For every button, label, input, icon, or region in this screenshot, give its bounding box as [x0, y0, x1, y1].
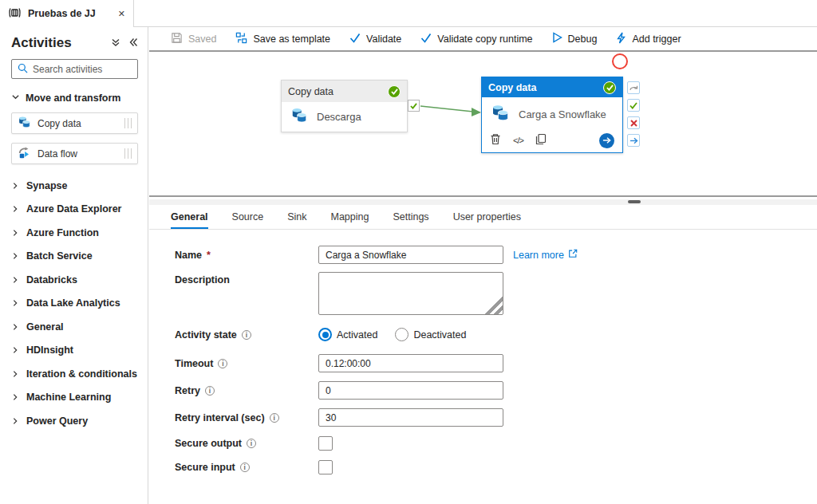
clone-icon[interactable]: [535, 133, 547, 148]
collapse-all-icon[interactable]: [111, 37, 120, 49]
sidebar-section-data-lake-analytics[interactable]: Data Lake Analytics: [11, 292, 138, 316]
retry-label: Retry: [175, 385, 200, 396]
secure-output-label: Secure output: [175, 438, 242, 449]
search-input[interactable]: [33, 64, 128, 75]
node-name-label: Descarga: [317, 111, 361, 123]
success-badge-icon: [388, 85, 401, 98]
sidebar-section-machine-learning[interactable]: Machine Learning: [11, 386, 138, 410]
pipeline-toolbar: Saved Save as template Validate Validate…: [149, 27, 817, 50]
copy-data-icon: [290, 107, 308, 127]
drag-handle[interactable]: [124, 148, 132, 159]
close-icon[interactable]: ✕: [118, 9, 125, 19]
learn-more-link[interactable]: Learn more: [513, 249, 578, 261]
name-input[interactable]: [318, 246, 503, 264]
secure-input-label: Secure input: [175, 462, 235, 473]
red-annotation-circle: [612, 53, 628, 69]
check-icon: [349, 33, 361, 45]
secure-input-row: Secure input: [175, 460, 817, 474]
canvas-horizontal-scrollbar[interactable]: [149, 199, 817, 205]
activity-card-label: Data flow: [37, 148, 77, 159]
retry-row: Retry: [175, 381, 817, 400]
activity-card-copy-data[interactable]: Copy data: [11, 112, 138, 134]
success-port[interactable]: [627, 99, 640, 112]
general-form: Name * Learn more Description: [149, 230, 817, 474]
node-type-label: Copy data: [288, 86, 334, 97]
failure-port[interactable]: [627, 116, 640, 129]
open-activity-button[interactable]: [599, 133, 614, 148]
info-icon: [218, 359, 227, 368]
config-tabs: General Source Sink Mapping Settings Use…: [149, 206, 817, 230]
retry-interval-label: Retry interval (sec): [175, 412, 265, 423]
retry-interval-row: Retry interval (sec): [175, 408, 817, 427]
timeout-input[interactable]: [318, 354, 503, 372]
name-label: Name: [175, 250, 202, 261]
activities-title: Activities: [11, 35, 72, 51]
radio-activated[interactable]: Activated: [318, 328, 377, 341]
node-name-label: Carga a Snowflake: [519, 108, 606, 120]
retry-interval-input[interactable]: [318, 408, 503, 427]
sidebar-section-azure-data-explorer[interactable]: Azure Data Explorer: [11, 198, 138, 222]
radio-deactivated[interactable]: Deactivated: [395, 328, 466, 341]
retry-input[interactable]: [318, 381, 503, 400]
tab-mapping[interactable]: Mapping: [331, 206, 369, 229]
code-icon[interactable]: </>: [513, 136, 523, 145]
save-as-template-icon: [235, 32, 247, 46]
tab-bar: Pruebas de JJ ✕: [0, 0, 817, 27]
validate-copy-runtime-button[interactable]: Validate copy runtime: [420, 33, 532, 45]
activity-node-descarga[interactable]: Copy data Descarga: [281, 80, 408, 132]
play-icon: [552, 32, 562, 45]
activity-card-data-flow[interactable]: Data flow: [11, 143, 138, 164]
completion-port[interactable]: [627, 134, 640, 147]
pipeline-tab[interactable]: Pruebas de JJ ✕: [0, 0, 134, 27]
info-icon: [205, 386, 215, 396]
sidebar-section-synapse[interactable]: Synapse: [11, 174, 138, 198]
node-type-label: Copy data: [488, 82, 536, 93]
delete-icon[interactable]: [490, 133, 501, 148]
validate-button[interactable]: Validate: [349, 33, 401, 45]
tab-settings[interactable]: Settings: [393, 206, 428, 229]
pipeline-canvas[interactable]: Copy data Descarga: [149, 50, 817, 197]
sidebar-section-databricks[interactable]: Databricks: [11, 268, 138, 292]
collapse-panel-icon[interactable]: [128, 37, 138, 49]
check-icon: [420, 33, 432, 45]
group-move-and-transform[interactable]: Move and transform: [11, 93, 138, 104]
sidebar-section-hdinsight[interactable]: HDInsight: [11, 339, 138, 363]
tab-sink[interactable]: Sink: [287, 206, 306, 229]
info-icon: [270, 413, 279, 423]
activity-config-panel: General Source Sink Mapping Settings Use…: [149, 206, 817, 504]
search-icon: [18, 63, 28, 76]
lightning-icon: [616, 32, 626, 46]
save-as-template-button[interactable]: Save as template: [235, 32, 330, 46]
chevron-down-icon: [11, 93, 20, 104]
sidebar-section-batch-service[interactable]: Batch Service: [11, 245, 138, 269]
tab-general[interactable]: General: [171, 206, 208, 229]
save-icon: [171, 32, 183, 46]
node-header: Copy data: [282, 81, 407, 102]
secure-input-checkbox[interactable]: [318, 460, 333, 474]
tab-user-properties[interactable]: User properties: [453, 206, 521, 229]
sidebar-section-power-query[interactable]: Power Query: [11, 409, 138, 433]
sidebar-section-iteration-conditionals[interactable]: Iteration & conditionals: [11, 362, 138, 386]
activity-state-row: Activity state Activated Deactivated: [175, 328, 817, 341]
search-activities-box: [11, 59, 138, 79]
save-button[interactable]: Saved: [171, 32, 216, 46]
secure-output-checkbox[interactable]: [318, 436, 333, 451]
activities-sidebar: Activities Move and transform: [0, 27, 148, 504]
sidebar-section-azure-function[interactable]: Azure Function: [11, 221, 138, 245]
timeout-label: Timeout: [175, 358, 213, 369]
description-input[interactable]: [318, 272, 503, 315]
pipeline-icon: [8, 7, 22, 21]
success-output-port[interactable]: [408, 100, 420, 112]
drag-handle[interactable]: [124, 118, 132, 128]
scrollbar-thumb[interactable]: [628, 200, 641, 203]
description-label: Description: [175, 274, 230, 285]
skip-port[interactable]: [627, 81, 640, 94]
debug-button[interactable]: Debug: [552, 32, 598, 45]
activity-node-carga-a-snowflake[interactable]: Copy data Carga a Snowflake: [481, 77, 623, 153]
add-trigger-button[interactable]: Add trigger: [616, 32, 681, 46]
secure-output-row: Secure output: [175, 436, 817, 451]
sidebar-section-general[interactable]: General: [11, 315, 138, 339]
success-badge-icon: [603, 81, 616, 94]
tab-title: Pruebas de JJ: [28, 8, 96, 19]
tab-source[interactable]: Source: [232, 206, 264, 229]
